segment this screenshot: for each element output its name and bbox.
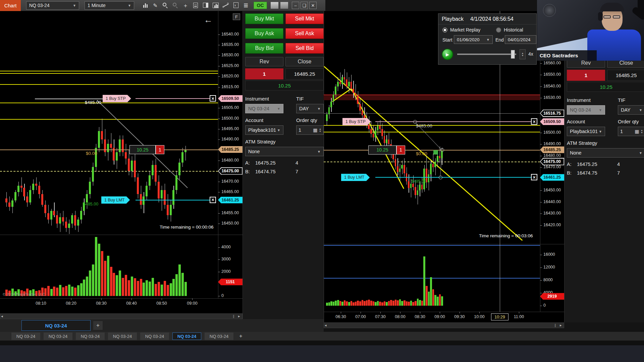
- end-date-value: 04/01/2024: [508, 37, 531, 42]
- volume-bar: [379, 302, 381, 306]
- buy-stop-tag[interactable]: 1 Buy STP: [103, 95, 131, 102]
- candle: [419, 185, 421, 190]
- workspace-tab[interactable]: NQ 03-24: [172, 333, 201, 340]
- speed-slider-thumb[interactable]: [511, 50, 515, 59]
- layout-preset-icon[interactable]: [271, 2, 278, 9]
- play-button[interactable]: ▶: [442, 49, 453, 60]
- calculator-icon[interactable]: ▦: [635, 129, 639, 134]
- strategy-icon[interactable]: x: [231, 1, 240, 9]
- left-chart-scrollbar[interactable]: ◂▸∥: [0, 313, 243, 319]
- speed-slider-track[interactable]: [457, 54, 516, 55]
- sell-bid-button[interactable]: Sell Bid: [285, 43, 324, 54]
- candle: [326, 114, 328, 121]
- close-button[interactable]: ✕: [309, 2, 317, 9]
- buy-market-button[interactable]: Buy Mkt: [245, 13, 283, 24]
- candle: [379, 126, 381, 129]
- buy-limit-tag[interactable]: 1 Buy LMT: [341, 174, 370, 181]
- chart-tab-active[interactable]: NQ 03-24: [21, 320, 91, 331]
- path-icon[interactable]: [221, 1, 230, 9]
- close-order-button[interactable]: ×: [531, 118, 537, 125]
- interval-selector[interactable]: 1 Minute▼: [85, 1, 134, 10]
- sell-market-button[interactable]: Sell Mkt: [285, 13, 324, 24]
- scroll-left-arrow[interactable]: ◂: [1, 314, 3, 318]
- scroll-resize-handle[interactable]: ∥: [554, 323, 556, 327]
- candle: [8, 202, 10, 207]
- back-arrow-icon[interactable]: ←: [204, 15, 213, 25]
- bar-chart-icon[interactable]: [141, 1, 150, 9]
- zoom-out-icon[interactable]: [171, 1, 180, 9]
- instrument-dropdown[interactable]: NQ 03-24▼: [245, 104, 283, 113]
- calculator-icon[interactable]: ▦: [313, 127, 318, 133]
- workspace-tab[interactable]: NQ 03-24: [205, 333, 233, 340]
- close-order-button[interactable]: ×: [531, 174, 537, 180]
- instrument-label: Instrument: [245, 96, 269, 102]
- buy-stop-tag[interactable]: 1 Buy STP: [342, 118, 371, 125]
- start-date-picker[interactable]: 01/06/2020▼: [454, 35, 493, 44]
- tick-mark: [540, 214, 542, 214]
- candle: [143, 196, 145, 205]
- speed-stepper[interactable]: ▲▼: [520, 49, 526, 59]
- close-position-button[interactable]: Close: [285, 57, 324, 66]
- candle: [439, 156, 441, 158]
- close-order-button[interactable]: ×: [210, 197, 216, 203]
- drag-handle[interactable]: [440, 148, 444, 152]
- buy-limit-line: [136, 200, 210, 200]
- candle: [125, 152, 127, 159]
- end-date-picker[interactable]: 04/01/2024: [505, 35, 536, 44]
- bar-analysis-icon[interactable]: [211, 1, 220, 9]
- report-icon[interactable]: [191, 1, 200, 9]
- panels-icon[interactable]: [201, 1, 210, 9]
- workspace-tab[interactable]: NQ 03-24: [11, 333, 40, 340]
- historical-radio[interactable]: Historical: [496, 27, 523, 33]
- price-marker-label: 16475.00: [219, 168, 242, 174]
- layout-preset-icon[interactable]: [280, 2, 288, 9]
- sell-ask-button[interactable]: Sell Ask: [285, 28, 324, 39]
- workspace-tab[interactable]: NQ 03-24: [76, 333, 105, 340]
- instrument-selector[interactable]: NQ 03-24▼: [26, 1, 79, 10]
- tif-dropdown[interactable]: DAY▼: [296, 104, 324, 113]
- list-icon[interactable]: ≣: [241, 1, 250, 9]
- volume-bar: [140, 279, 142, 296]
- workspace-tab[interactable]: NQ 03-24: [140, 333, 169, 340]
- workspace-tab[interactable]: NQ 03-24: [108, 333, 137, 340]
- instrument-dropdown[interactable]: NQ 03-24▼: [567, 105, 605, 115]
- add-workspace-tab-button[interactable]: +: [237, 333, 245, 340]
- order-qty-field[interactable]: 1▦▲▼: [296, 125, 324, 135]
- candle: [116, 152, 118, 161]
- account-dropdown[interactable]: Playback101▼: [245, 125, 283, 135]
- add-tab-button[interactable]: +: [93, 321, 103, 330]
- right-chart-scrollbar[interactable]: ◂▸∥: [324, 322, 564, 328]
- workspace-tab[interactable]: NQ 03-24: [44, 333, 72, 340]
- volume-bar: [370, 301, 372, 306]
- buy-ask-button[interactable]: Buy Ask: [245, 28, 283, 39]
- pencil-icon[interactable]: ✎: [151, 1, 160, 9]
- candle: [384, 136, 385, 143]
- scroll-resize-handle[interactable]: ∥: [233, 314, 234, 318]
- restore-button[interactable]: ❑: [301, 2, 308, 9]
- market-replay-radio[interactable]: Market Replay: [442, 27, 480, 33]
- volume-bar: [346, 301, 348, 306]
- volume-bar: [417, 299, 419, 306]
- scroll-right-arrow[interactable]: ▸: [560, 323, 562, 327]
- add-icon[interactable]: ＋: [181, 1, 190, 9]
- order-qty-field[interactable]: 1▦▲▼: [618, 127, 644, 136]
- buy-limit-tag[interactable]: 1 Buy LMT: [101, 196, 130, 204]
- zoom-in-icon[interactable]: [161, 1, 170, 9]
- close-order-button[interactable]: ×: [210, 95, 216, 102]
- candle: [415, 187, 416, 195]
- buy-bid-button[interactable]: Buy Bid: [245, 43, 283, 54]
- scroll-right-arrow[interactable]: ▸: [238, 314, 240, 318]
- atm-strategy-dropdown[interactable]: None▼: [245, 147, 324, 156]
- qty-stepper[interactable]: ▲▼: [319, 128, 321, 132]
- price-tick-label: 16455.00: [221, 210, 239, 215]
- qty-stepper[interactable]: ▲▼: [641, 129, 643, 134]
- minimize-button[interactable]: –: [292, 2, 299, 9]
- account-dropdown[interactable]: Playback101▼: [567, 127, 605, 136]
- drag-handle[interactable]: [413, 120, 417, 124]
- oco-toggle[interactable]: OC: [254, 2, 267, 9]
- tif-dropdown[interactable]: DAY▼: [618, 105, 644, 115]
- reverse-button[interactable]: Rev: [245, 57, 283, 66]
- fixed-scale-button[interactable]: F: [233, 13, 240, 20]
- scroll-left-arrow[interactable]: ◂: [325, 323, 327, 327]
- atm-strategy-dropdown[interactable]: None▼: [567, 148, 644, 158]
